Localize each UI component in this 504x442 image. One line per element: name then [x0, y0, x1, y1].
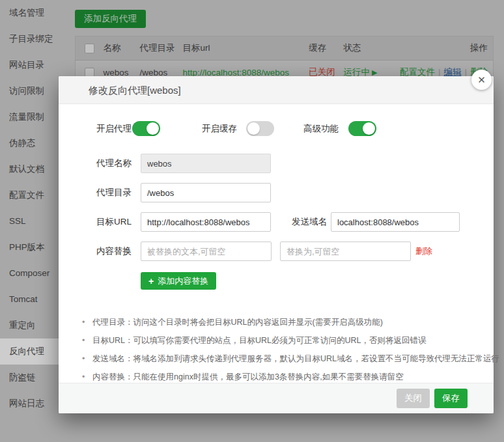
- sidebar-item-sitedir[interactable]: 网站目录: [0, 52, 66, 78]
- enable-cache-toggle[interactable]: [246, 121, 274, 136]
- site-settings-sidebar: 域名管理 子目录绑定 网站目录 访问限制 流量限制 伪静态 默认文档 配置文件 …: [0, 0, 66, 442]
- table-header-row: 名称 代理目录 目标url 缓存 状态 操作: [76, 36, 494, 61]
- dialog-body: 开启代理 开启缓存 高级功能 代理名称 代理目录 目标URL 发送域名 内容替换…: [59, 104, 494, 383]
- toggle-knob: [147, 122, 159, 135]
- proxy-dir-input[interactable]: [141, 183, 271, 202]
- proxy-name-input: [141, 154, 271, 173]
- toggle-knob: [247, 122, 260, 135]
- action-separator: |: [464, 67, 467, 77]
- action-separator: |: [438, 67, 441, 77]
- add-reverse-proxy-button[interactable]: 添加反向代理: [75, 10, 146, 28]
- target-url-label: 目标URL: [96, 212, 142, 232]
- config-file-link[interactable]: 配置文件: [400, 67, 435, 77]
- col-header-dir: 代理目录: [138, 36, 181, 61]
- enable-cache-label: 开启缓存: [202, 121, 237, 136]
- send-domain-input[interactable]: [331, 212, 460, 232]
- replace-from-input[interactable]: [141, 242, 272, 261]
- sidebar-item-composer[interactable]: Composer: [0, 260, 66, 286]
- sidebar-item-logs[interactable]: 网站日志: [0, 391, 66, 417]
- enable-proxy-label: 开启代理: [96, 121, 132, 136]
- sidebar-item-reverse-proxy[interactable]: 反向代理: [0, 338, 66, 365]
- close-button[interactable]: 关闭: [397, 389, 430, 408]
- edit-reverse-proxy-dialog: ✕ 修改反向代理[webos] 开启代理 开启缓存 高级功能 代理名称 代理目录…: [59, 76, 494, 413]
- col-header-cache: 缓存: [307, 36, 342, 61]
- col-header-name: 名称: [102, 36, 139, 61]
- advanced-features-toggle[interactable]: [348, 121, 376, 136]
- play-icon: ▶: [372, 68, 377, 76]
- sidebar-item-redirect[interactable]: 重定向: [0, 312, 66, 338]
- content-replace-label: 内容替换: [96, 242, 142, 261]
- sidebar-item-config[interactable]: 配置文件: [0, 182, 66, 208]
- col-header-actions: 操作: [399, 36, 494, 61]
- replace-to-input[interactable]: [280, 242, 411, 261]
- tip-send-domain: 发送域名：将域名添加到请求头传递到代理服务器，默认为目标URL域名，若设置不当可…: [82, 350, 475, 368]
- close-icon[interactable]: ✕: [471, 70, 492, 90]
- dialog-footer: 关闭 保存: [59, 383, 494, 413]
- toggle-knob: [363, 122, 375, 135]
- sidebar-item-ssl[interactable]: SSL: [0, 208, 66, 234]
- tip-target-url: 目标URL：可以填写你需要代理的站点，目标URL必须为可正常访问的URL，否则将…: [82, 331, 475, 350]
- add-content-replace-label: 添加内容替换: [158, 275, 208, 287]
- sidebar-item-subdir[interactable]: 子目录绑定: [0, 26, 66, 52]
- add-content-replace-button[interactable]: +添加内容替换: [141, 272, 216, 290]
- edit-link[interactable]: 编辑: [443, 67, 461, 77]
- tip-proxy-dir: 代理目录：访问这个目录时将会把目标URL的内容返回并显示(需要开启高级功能): [82, 313, 475, 331]
- sidebar-item-domain[interactable]: 域名管理: [0, 0, 66, 26]
- cache-status-text: 已关闭: [309, 67, 335, 77]
- help-tips-list: 代理目录：访问这个目录时将会把目标URL的内容返回并显示(需要开启高级功能) 目…: [82, 313, 475, 386]
- send-domain-label: 发送域名: [292, 212, 331, 232]
- delete-replace-link[interactable]: 删除: [415, 242, 432, 261]
- sidebar-item-default-doc[interactable]: 默认文档: [0, 156, 66, 182]
- target-url-input[interactable]: [141, 212, 271, 232]
- advanced-features-label: 高级功能: [303, 121, 339, 136]
- sidebar-item-tomcat[interactable]: Tomcat: [0, 286, 66, 312]
- sidebar-item-access[interactable]: 访问限制: [0, 78, 66, 104]
- enable-proxy-toggle[interactable]: [132, 121, 160, 136]
- proxy-name-label: 代理名称: [96, 154, 142, 173]
- dialog-title: 修改反向代理[webos]: [59, 76, 494, 104]
- plus-icon: +: [148, 277, 154, 286]
- sidebar-item-hotlink[interactable]: 防盗链: [0, 365, 66, 391]
- select-all-checkbox[interactable]: [85, 44, 94, 53]
- save-button[interactable]: 保存: [434, 389, 468, 408]
- col-header-url: 目标url: [181, 36, 307, 61]
- sidebar-item-php[interactable]: PHP版本: [0, 234, 66, 260]
- col-header-status: 状态: [343, 36, 399, 61]
- sidebar-item-traffic[interactable]: 流量限制: [0, 104, 66, 130]
- run-status-text: 运行中: [344, 67, 371, 77]
- sidebar-item-rewrite[interactable]: 伪静态: [0, 130, 66, 156]
- proxy-dir-label: 代理目录: [96, 183, 142, 202]
